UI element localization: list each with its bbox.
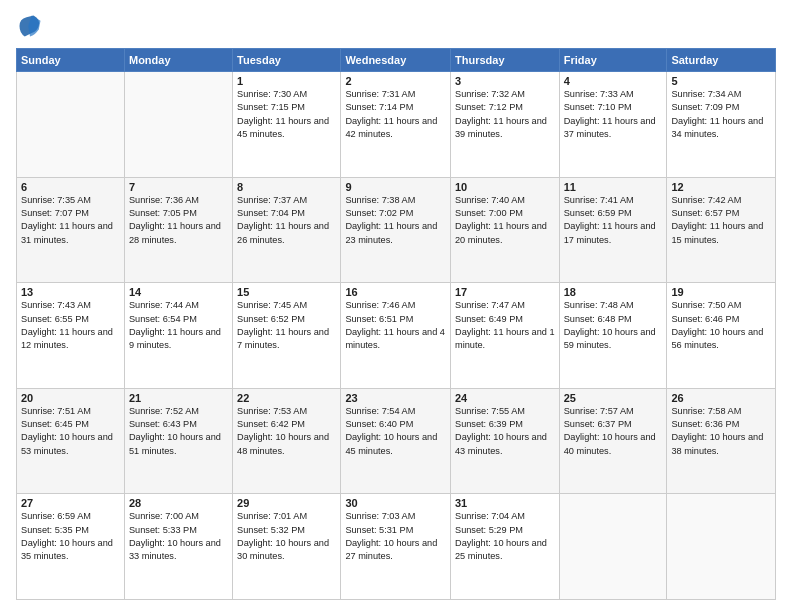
page: SundayMondayTuesdayWednesdayThursdayFrid… (0, 0, 792, 612)
day-cell (667, 494, 776, 600)
day-info: Sunrise: 7:32 AMSunset: 7:12 PMDaylight:… (455, 88, 555, 141)
day-info: Sunrise: 7:01 AMSunset: 5:32 PMDaylight:… (237, 510, 336, 563)
day-number: 25 (564, 392, 663, 404)
day-cell: 3Sunrise: 7:32 AMSunset: 7:12 PMDaylight… (451, 72, 560, 178)
day-number: 28 (129, 497, 228, 509)
day-cell: 30Sunrise: 7:03 AMSunset: 5:31 PMDayligh… (341, 494, 451, 600)
day-info: Sunrise: 7:33 AMSunset: 7:10 PMDaylight:… (564, 88, 663, 141)
day-info: Sunrise: 7:58 AMSunset: 6:36 PMDaylight:… (671, 405, 771, 458)
day-info: Sunrise: 7:00 AMSunset: 5:33 PMDaylight:… (129, 510, 228, 563)
day-cell: 18Sunrise: 7:48 AMSunset: 6:48 PMDayligh… (559, 283, 667, 389)
day-cell (17, 72, 125, 178)
day-cell: 17Sunrise: 7:47 AMSunset: 6:49 PMDayligh… (451, 283, 560, 389)
day-cell: 6Sunrise: 7:35 AMSunset: 7:07 PMDaylight… (17, 177, 125, 283)
day-number: 10 (455, 181, 555, 193)
day-cell: 4Sunrise: 7:33 AMSunset: 7:10 PMDaylight… (559, 72, 667, 178)
day-number: 6 (21, 181, 120, 193)
week-row-3: 13Sunrise: 7:43 AMSunset: 6:55 PMDayligh… (17, 283, 776, 389)
weekday-header-sunday: Sunday (17, 49, 125, 72)
day-info: Sunrise: 7:41 AMSunset: 6:59 PMDaylight:… (564, 194, 663, 247)
header (16, 12, 776, 40)
day-number: 7 (129, 181, 228, 193)
day-info: Sunrise: 7:38 AMSunset: 7:02 PMDaylight:… (345, 194, 446, 247)
day-cell: 21Sunrise: 7:52 AMSunset: 6:43 PMDayligh… (124, 388, 232, 494)
day-number: 5 (671, 75, 771, 87)
day-cell: 31Sunrise: 7:04 AMSunset: 5:29 PMDayligh… (451, 494, 560, 600)
day-info: Sunrise: 7:47 AMSunset: 6:49 PMDaylight:… (455, 299, 555, 352)
day-cell: 27Sunrise: 6:59 AMSunset: 5:35 PMDayligh… (17, 494, 125, 600)
week-row-4: 20Sunrise: 7:51 AMSunset: 6:45 PMDayligh… (17, 388, 776, 494)
week-row-2: 6Sunrise: 7:35 AMSunset: 7:07 PMDaylight… (17, 177, 776, 283)
day-number: 12 (671, 181, 771, 193)
day-cell: 9Sunrise: 7:38 AMSunset: 7:02 PMDaylight… (341, 177, 451, 283)
day-info: Sunrise: 7:30 AMSunset: 7:15 PMDaylight:… (237, 88, 336, 141)
day-cell: 10Sunrise: 7:40 AMSunset: 7:00 PMDayligh… (451, 177, 560, 283)
day-number: 13 (21, 286, 120, 298)
weekday-header-tuesday: Tuesday (233, 49, 341, 72)
day-cell: 22Sunrise: 7:53 AMSunset: 6:42 PMDayligh… (233, 388, 341, 494)
week-row-5: 27Sunrise: 6:59 AMSunset: 5:35 PMDayligh… (17, 494, 776, 600)
day-info: Sunrise: 7:52 AMSunset: 6:43 PMDaylight:… (129, 405, 228, 458)
day-number: 19 (671, 286, 771, 298)
calendar: SundayMondayTuesdayWednesdayThursdayFrid… (16, 48, 776, 600)
day-cell: 8Sunrise: 7:37 AMSunset: 7:04 PMDaylight… (233, 177, 341, 283)
day-number: 4 (564, 75, 663, 87)
day-cell: 29Sunrise: 7:01 AMSunset: 5:32 PMDayligh… (233, 494, 341, 600)
day-info: Sunrise: 7:44 AMSunset: 6:54 PMDaylight:… (129, 299, 228, 352)
day-info: Sunrise: 7:42 AMSunset: 6:57 PMDaylight:… (671, 194, 771, 247)
weekday-header-wednesday: Wednesday (341, 49, 451, 72)
weekday-header-saturday: Saturday (667, 49, 776, 72)
day-info: Sunrise: 7:43 AMSunset: 6:55 PMDaylight:… (21, 299, 120, 352)
day-number: 8 (237, 181, 336, 193)
day-number: 15 (237, 286, 336, 298)
day-cell: 24Sunrise: 7:55 AMSunset: 6:39 PMDayligh… (451, 388, 560, 494)
day-info: Sunrise: 7:57 AMSunset: 6:37 PMDaylight:… (564, 405, 663, 458)
logo-icon (16, 12, 44, 40)
day-info: Sunrise: 7:55 AMSunset: 6:39 PMDaylight:… (455, 405, 555, 458)
day-number: 18 (564, 286, 663, 298)
day-number: 9 (345, 181, 446, 193)
day-cell: 5Sunrise: 7:34 AMSunset: 7:09 PMDaylight… (667, 72, 776, 178)
day-number: 11 (564, 181, 663, 193)
day-info: Sunrise: 6:59 AMSunset: 5:35 PMDaylight:… (21, 510, 120, 563)
day-number: 22 (237, 392, 336, 404)
day-cell: 13Sunrise: 7:43 AMSunset: 6:55 PMDayligh… (17, 283, 125, 389)
day-cell: 23Sunrise: 7:54 AMSunset: 6:40 PMDayligh… (341, 388, 451, 494)
day-info: Sunrise: 7:46 AMSunset: 6:51 PMDaylight:… (345, 299, 446, 352)
day-number: 2 (345, 75, 446, 87)
day-info: Sunrise: 7:03 AMSunset: 5:31 PMDaylight:… (345, 510, 446, 563)
day-cell: 20Sunrise: 7:51 AMSunset: 6:45 PMDayligh… (17, 388, 125, 494)
day-number: 30 (345, 497, 446, 509)
day-number: 31 (455, 497, 555, 509)
day-cell: 26Sunrise: 7:58 AMSunset: 6:36 PMDayligh… (667, 388, 776, 494)
weekday-header-thursday: Thursday (451, 49, 560, 72)
day-info: Sunrise: 7:50 AMSunset: 6:46 PMDaylight:… (671, 299, 771, 352)
week-row-1: 1Sunrise: 7:30 AMSunset: 7:15 PMDaylight… (17, 72, 776, 178)
day-number: 20 (21, 392, 120, 404)
day-info: Sunrise: 7:51 AMSunset: 6:45 PMDaylight:… (21, 405, 120, 458)
day-info: Sunrise: 7:53 AMSunset: 6:42 PMDaylight:… (237, 405, 336, 458)
weekday-header-friday: Friday (559, 49, 667, 72)
day-info: Sunrise: 7:54 AMSunset: 6:40 PMDaylight:… (345, 405, 446, 458)
weekday-header-monday: Monday (124, 49, 232, 72)
day-info: Sunrise: 7:45 AMSunset: 6:52 PMDaylight:… (237, 299, 336, 352)
day-number: 27 (21, 497, 120, 509)
day-number: 24 (455, 392, 555, 404)
day-cell: 7Sunrise: 7:36 AMSunset: 7:05 PMDaylight… (124, 177, 232, 283)
day-cell: 19Sunrise: 7:50 AMSunset: 6:46 PMDayligh… (667, 283, 776, 389)
weekday-header-row: SundayMondayTuesdayWednesdayThursdayFrid… (17, 49, 776, 72)
day-cell: 25Sunrise: 7:57 AMSunset: 6:37 PMDayligh… (559, 388, 667, 494)
day-info: Sunrise: 7:36 AMSunset: 7:05 PMDaylight:… (129, 194, 228, 247)
day-number: 16 (345, 286, 446, 298)
day-cell: 28Sunrise: 7:00 AMSunset: 5:33 PMDayligh… (124, 494, 232, 600)
day-number: 23 (345, 392, 446, 404)
day-cell: 15Sunrise: 7:45 AMSunset: 6:52 PMDayligh… (233, 283, 341, 389)
day-number: 17 (455, 286, 555, 298)
day-info: Sunrise: 7:04 AMSunset: 5:29 PMDaylight:… (455, 510, 555, 563)
day-cell: 14Sunrise: 7:44 AMSunset: 6:54 PMDayligh… (124, 283, 232, 389)
day-info: Sunrise: 7:31 AMSunset: 7:14 PMDaylight:… (345, 88, 446, 141)
day-cell: 16Sunrise: 7:46 AMSunset: 6:51 PMDayligh… (341, 283, 451, 389)
day-info: Sunrise: 7:48 AMSunset: 6:48 PMDaylight:… (564, 299, 663, 352)
logo (16, 12, 48, 40)
day-number: 21 (129, 392, 228, 404)
